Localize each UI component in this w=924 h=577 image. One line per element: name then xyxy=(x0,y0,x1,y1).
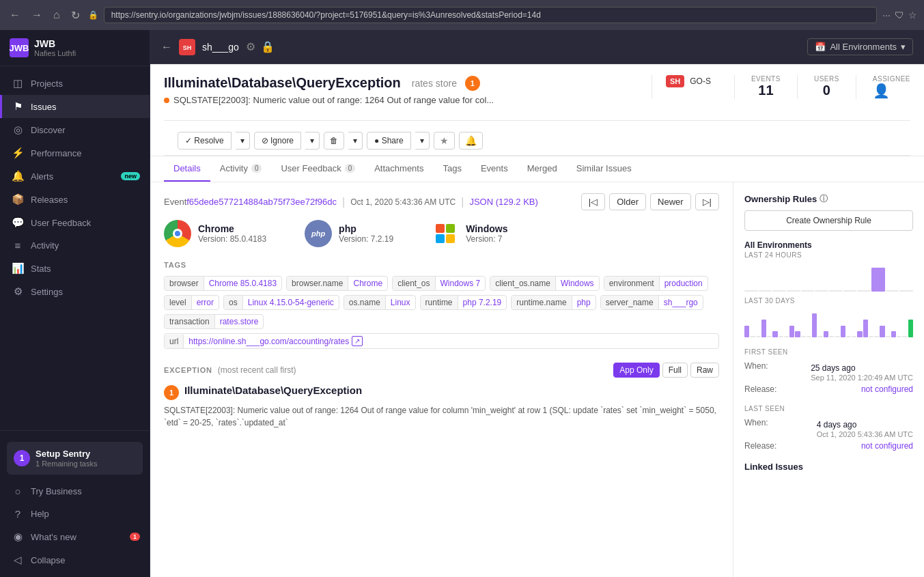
bell-button[interactable]: 🔔 xyxy=(459,132,483,150)
resolve-dropdown[interactable]: ▾ xyxy=(236,132,250,150)
older-button[interactable]: Older xyxy=(609,193,646,210)
exception-message: SQLSTATE[22003]: Numeric value out of ra… xyxy=(164,404,719,429)
tab-activity[interactable]: Activity 0 xyxy=(210,156,272,182)
assignee-icon: 👤 xyxy=(873,83,890,99)
chart-bar xyxy=(824,331,828,337)
topbar-back-button[interactable]: ← xyxy=(161,41,172,53)
sidebar-item-projects[interactable]: ◫ Projects xyxy=(0,72,150,95)
share-button[interactable]: ● Share xyxy=(367,132,411,150)
resolve-button[interactable]: ✓ Resolve xyxy=(178,132,232,150)
chart-bar xyxy=(886,290,899,292)
chart-bar xyxy=(772,331,777,337)
tab-attachments[interactable]: Attachments xyxy=(365,156,433,182)
chart-bar xyxy=(841,326,845,338)
setup-sentry[interactable]: 1 Setup Sentry 1 Remaining tasks xyxy=(7,442,143,475)
chart-bar xyxy=(756,336,761,337)
sidebar-item-issues[interactable]: ⚑ Issues xyxy=(0,95,150,118)
sidebar: JWB JWB Nafies Luthfi ◫ Projects ⚑ Issue… xyxy=(0,30,150,577)
chart-bar xyxy=(852,336,856,337)
env-selector[interactable]: 📅 All Environments ▾ xyxy=(807,38,913,55)
performance-icon: ⚡ xyxy=(12,147,24,159)
event-json-link[interactable]: JSON (129.2 KB) xyxy=(469,197,537,207)
issue-header-top: Illuminate\Database\QueryException rates… xyxy=(164,75,910,121)
ignore-dropdown[interactable]: ▾ xyxy=(305,132,320,150)
ownership-info-icon[interactable]: ⓘ xyxy=(820,193,828,205)
delete-button[interactable]: 🗑 xyxy=(324,132,344,150)
stat-divider-3 xyxy=(856,75,856,99)
sidebar-label-whats-new: What's new xyxy=(31,532,76,542)
windows-icon xyxy=(432,220,459,247)
chevron-down-icon: ▾ xyxy=(901,42,906,52)
first-seen-release-value[interactable]: not configured xyxy=(861,384,913,394)
tab-similar-issues[interactable]: Similar Issues xyxy=(567,156,641,182)
event-nav: |◁ Older Newer ▷| xyxy=(581,193,719,210)
newer-button[interactable]: Newer xyxy=(650,193,691,210)
sidebar-item-releases[interactable]: 📦 Releases xyxy=(0,188,150,211)
env-cards: Chrome Version: 85.0.4183 php php Versio… xyxy=(164,220,719,247)
issue-header: Illuminate\Database\QueryException rates… xyxy=(150,64,924,156)
sidebar-item-discover[interactable]: ◎ Discover xyxy=(0,118,150,141)
sidebar-item-performance[interactable]: ⚡ Performance xyxy=(0,141,150,165)
first-seen-when-row: When: 25 days ago Sep 11, 2020 1:20:49 A… xyxy=(744,361,913,382)
topbar-actions: ⚙ 🔒 xyxy=(246,40,275,53)
oldest-button[interactable]: |◁ xyxy=(581,193,605,210)
sidebar-label-releases: Releases xyxy=(31,195,68,205)
releases-icon: 📦 xyxy=(12,193,24,206)
sidebar-item-alerts[interactable]: 🔔 Alerts new xyxy=(0,165,150,188)
sidebar-label-performance: Performance xyxy=(31,148,81,158)
org-avatar: JWB xyxy=(10,38,29,57)
chart-bar xyxy=(869,336,873,337)
issue-right-sidebar: Ownership Rules ⓘ Create Ownership Rule … xyxy=(733,182,924,577)
full-btn[interactable]: Full xyxy=(662,363,688,378)
event-id-link[interactable]: f65dede577214884ab75f73ee72f96dc xyxy=(186,197,337,207)
first-seen-when-value: 25 days ago xyxy=(811,363,855,373)
topbar-settings-icon[interactable]: ⚙ xyxy=(246,40,255,53)
sidebar-item-stats[interactable]: 📊 Stats xyxy=(0,257,150,280)
sidebar-item-help[interactable]: ? Help xyxy=(0,503,150,525)
newest-button[interactable]: ▷| xyxy=(695,193,719,210)
chrome-version: Version: 85.0.4183 xyxy=(198,234,266,244)
sidebar-item-try-business[interactable]: ○ Try Business xyxy=(0,480,150,503)
tab-events[interactable]: Events xyxy=(471,156,518,182)
app-only-btn[interactable]: App Only xyxy=(613,363,659,378)
tab-user-feedback[interactable]: User Feedback 0 xyxy=(271,156,365,182)
sidebar-item-activity[interactable]: ≡ Activity xyxy=(0,234,150,257)
tab-details[interactable]: Details xyxy=(164,156,210,182)
php-version: Version: 7.2.19 xyxy=(339,234,393,244)
refresh-button[interactable]: ↻ xyxy=(68,6,83,25)
env-card-windows: Windows Version: 7 xyxy=(432,220,507,247)
sidebar-item-user-feedback[interactable]: 💬 User Feedback xyxy=(0,211,150,234)
first-seen-label: FIRST SEEN xyxy=(744,348,913,356)
tab-tags[interactable]: Tags xyxy=(433,156,471,182)
chart-bar xyxy=(767,336,772,337)
url-bar[interactable] xyxy=(104,7,878,23)
assignee-section[interactable]: 👤 ▾ xyxy=(873,83,910,99)
star-button[interactable]: ★ xyxy=(434,132,455,150)
tag-runtime: runtime php 7.2.19 xyxy=(420,295,507,310)
delete-dropdown[interactable]: ▾ xyxy=(348,132,363,150)
sidebar-item-whats-new[interactable]: ◉ What's new 1 xyxy=(0,525,150,548)
chart-bar xyxy=(902,336,907,337)
chart-bar xyxy=(759,290,772,292)
issue-project-tag: GO-S xyxy=(690,76,711,86)
raw-btn[interactable]: Raw xyxy=(690,363,719,378)
create-ownership-rule-button[interactable]: Create Ownership Rule xyxy=(744,210,913,231)
forward-button[interactable]: → xyxy=(29,6,45,24)
tag-client-os-name: client_os.name Windows xyxy=(490,276,599,291)
main-content: ← SH sh___go ⚙ 🔒 📅 All Environments ▾ xyxy=(150,30,924,577)
issue-step-badge-1: 1 xyxy=(465,76,480,91)
back-button[interactable]: ← xyxy=(7,6,23,24)
chart-bar xyxy=(874,336,879,337)
sidebar-item-settings[interactable]: ⚙ Settings xyxy=(0,280,150,303)
user-feedback-icon: 💬 xyxy=(12,216,24,229)
share-dropdown[interactable]: ▾ xyxy=(415,132,430,150)
issue-title-row: Illuminate\Database\QueryException rates… xyxy=(164,75,638,91)
tab-merged[interactable]: Merged xyxy=(518,156,567,182)
sidebar-item-collapse[interactable]: ◁ Collapse xyxy=(0,548,150,572)
last-seen-release-value[interactable]: not configured xyxy=(861,441,913,451)
ignore-button[interactable]: ⊘ Ignore xyxy=(254,132,301,150)
sidebar-label-projects: Projects xyxy=(31,79,63,89)
topbar: ← SH sh___go ⚙ 🔒 📅 All Environments ▾ xyxy=(150,30,924,64)
chart-bar xyxy=(772,290,786,292)
home-button[interactable]: ⌂ xyxy=(51,6,63,24)
